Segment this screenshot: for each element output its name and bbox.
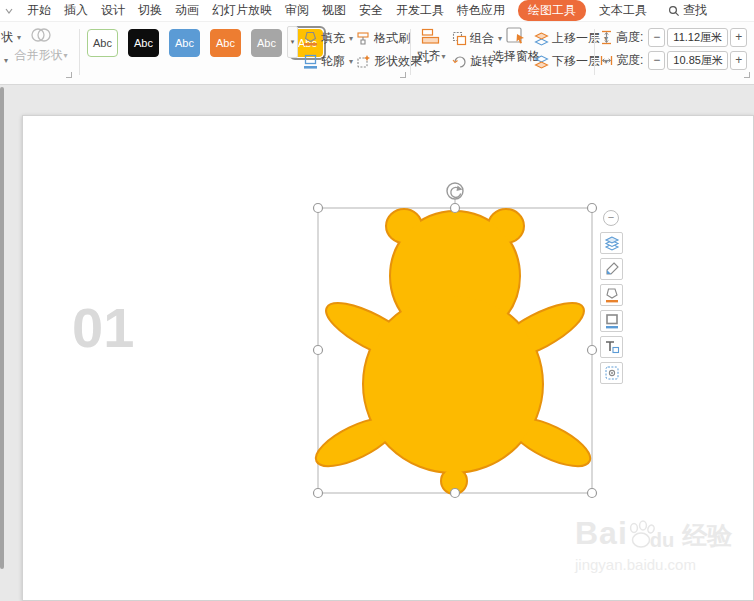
dialog-launcher-icon[interactable] bbox=[400, 72, 406, 78]
width-value-input[interactable]: 10.85厘米 bbox=[667, 51, 728, 70]
layers-icon bbox=[604, 235, 620, 251]
toolbar-collapse-button[interactable]: − bbox=[603, 210, 619, 226]
height-value-input[interactable]: 11.12厘米 bbox=[667, 28, 728, 47]
menu-tab-5[interactable]: 动画 bbox=[175, 2, 199, 19]
dialog-launcher-icon[interactable] bbox=[66, 72, 72, 78]
height-label: 高度: bbox=[616, 29, 643, 46]
text-rotate-button[interactable] bbox=[600, 336, 623, 358]
plus-icon: + bbox=[735, 30, 742, 44]
menu-tab-9[interactable]: 安全 bbox=[359, 2, 383, 19]
fill-label: 填充 bbox=[321, 30, 345, 47]
group-label: 组合 bbox=[470, 30, 494, 47]
dropdown-arrow-icon: ▾ bbox=[291, 38, 295, 46]
ribbon: 状 ▾ ▾ 合并形状 ▾ AbcAbcAbcAbcAbcAbc ▾ bbox=[0, 22, 754, 85]
rotation-handle[interactable] bbox=[447, 183, 463, 199]
style-swatch-1[interactable]: Abc bbox=[84, 26, 121, 60]
gallery-more-button[interactable]: ▾ bbox=[287, 26, 298, 58]
quick-outline-button[interactable] bbox=[600, 310, 623, 332]
style-swatch-label: Abc bbox=[169, 29, 200, 57]
effect-options-button[interactable] bbox=[600, 362, 623, 384]
fill-bucket-icon bbox=[604, 287, 620, 303]
style-swatch-label: Abc bbox=[251, 29, 282, 57]
merge-shapes-label: 合并形状 bbox=[14, 47, 62, 64]
editing-canvas: 01 Bai du 经验 jingyan.baidu.com bbox=[0, 85, 754, 601]
brush-button[interactable] bbox=[600, 258, 623, 280]
send-backward-button[interactable]: 下移一层 ▾ bbox=[534, 53, 608, 69]
layers-button[interactable] bbox=[600, 232, 623, 254]
dropdown-arrow-icon: ▾ bbox=[63, 51, 67, 60]
menu-tab-11[interactable]: 特色应用 bbox=[457, 2, 505, 19]
menu-tab-7[interactable]: 审阅 bbox=[285, 2, 309, 19]
format-painter-icon bbox=[356, 31, 371, 46]
menu-tabs: 开始插入设计切换动画幻灯片放映审阅视图安全开发工具特色应用绘图工具文本工具 bbox=[27, 0, 647, 21]
text-rotate-icon bbox=[604, 339, 620, 355]
style-swatch-5[interactable]: Abc bbox=[248, 26, 285, 60]
chevron-down-icon[interactable] bbox=[4, 6, 14, 16]
width-increase-button[interactable]: + bbox=[730, 51, 747, 70]
send-backward-icon bbox=[534, 54, 549, 69]
menu-tab-13[interactable]: 文本工具 bbox=[599, 2, 647, 19]
resize-handle-bottom-right[interactable] bbox=[588, 489, 597, 498]
menu-tab-2[interactable]: 插入 bbox=[64, 2, 88, 19]
style-swatch-label: Abc bbox=[87, 29, 118, 57]
height-control: 高度: − 11.12厘米 + bbox=[600, 29, 747, 45]
outline-button[interactable]: 轮廓 ▾ bbox=[303, 53, 353, 69]
resize-handle-top-right[interactable] bbox=[588, 204, 597, 213]
height-increase-button[interactable]: + bbox=[730, 28, 747, 47]
resize-handle-mid-right[interactable] bbox=[588, 346, 597, 355]
resize-handle-bottom-left[interactable] bbox=[314, 489, 323, 498]
selection-pane-label: 选择窗格 bbox=[492, 48, 540, 65]
bear-shape-fill[interactable] bbox=[311, 210, 595, 493]
menu-tab-6[interactable]: 幻灯片放映 bbox=[212, 2, 272, 19]
menu-search[interactable]: 查找 bbox=[668, 2, 707, 19]
resize-handle-mid-left[interactable] bbox=[314, 346, 323, 355]
dropdown-arrow-icon: ▾ bbox=[441, 52, 445, 61]
outline-label: 轮廓 bbox=[321, 53, 345, 70]
merge-shapes-icon bbox=[30, 26, 52, 44]
selection-pane-button[interactable]: 选择窗格 bbox=[492, 26, 540, 65]
height-icon bbox=[600, 30, 613, 45]
minus-icon: − bbox=[653, 30, 660, 44]
merge-shapes-button[interactable]: 合并形状 ▾ bbox=[8, 26, 74, 64]
align-icon bbox=[421, 28, 441, 45]
width-control: 宽度: − 10.85厘米 + bbox=[600, 52, 747, 68]
width-label: 宽度: bbox=[616, 52, 643, 69]
shape-overlay bbox=[0, 85, 754, 601]
menu-tab-1[interactable]: 开始 bbox=[27, 2, 51, 19]
menu-tab-10[interactable]: 开发工具 bbox=[396, 2, 444, 19]
menu-tab-12[interactable]: 绘图工具 bbox=[518, 0, 586, 21]
dialog-launcher-icon[interactable] bbox=[744, 72, 750, 78]
minus-icon: − bbox=[608, 211, 614, 223]
quick-fill-button[interactable] bbox=[600, 284, 623, 306]
fill-button[interactable]: 填充 ▾ bbox=[303, 30, 353, 46]
align-button[interactable]: 对齐 ▾ bbox=[413, 28, 449, 65]
style-swatch-4[interactable]: Abc bbox=[207, 26, 244, 60]
style-swatch-2[interactable]: Abc bbox=[125, 26, 162, 60]
width-decrease-button[interactable]: − bbox=[648, 51, 665, 70]
group-objects-icon bbox=[452, 31, 467, 46]
resize-handle-top-left[interactable] bbox=[314, 204, 323, 213]
resize-handle-top-mid[interactable] bbox=[451, 204, 460, 213]
menu-tab-8[interactable]: 视图 bbox=[322, 2, 346, 19]
format-painter-label: 格式刷 bbox=[374, 30, 410, 47]
outline-icon bbox=[604, 313, 620, 329]
style-swatch-3[interactable]: Abc bbox=[166, 26, 203, 60]
group-separator bbox=[410, 29, 411, 75]
shape-effects-icon bbox=[356, 54, 371, 69]
dropdown-arrow-icon: ▾ bbox=[349, 57, 353, 66]
effect-options-icon bbox=[604, 365, 620, 381]
menu-bar: 开始插入设计切换动画幻灯片放映审阅视图安全开发工具特色应用绘图工具文本工具 查找 bbox=[0, 0, 754, 22]
format-painter-button[interactable]: 格式刷 bbox=[356, 30, 410, 46]
group-separator bbox=[594, 29, 595, 75]
rotate-icon bbox=[452, 54, 467, 69]
resize-handle-bottom-mid[interactable] bbox=[451, 489, 460, 498]
width-icon bbox=[600, 53, 613, 68]
height-decrease-button[interactable]: − bbox=[648, 28, 665, 47]
menu-tab-4[interactable]: 切换 bbox=[138, 2, 162, 19]
bring-forward-label: 上移一层 bbox=[552, 30, 600, 47]
search-icon bbox=[668, 5, 680, 17]
brush-icon bbox=[604, 261, 620, 277]
bring-forward-button[interactable]: 上移一层 ▾ bbox=[534, 30, 608, 46]
menu-tab-3[interactable]: 设计 bbox=[101, 2, 125, 19]
rotate-label: 旋转 bbox=[470, 53, 494, 70]
